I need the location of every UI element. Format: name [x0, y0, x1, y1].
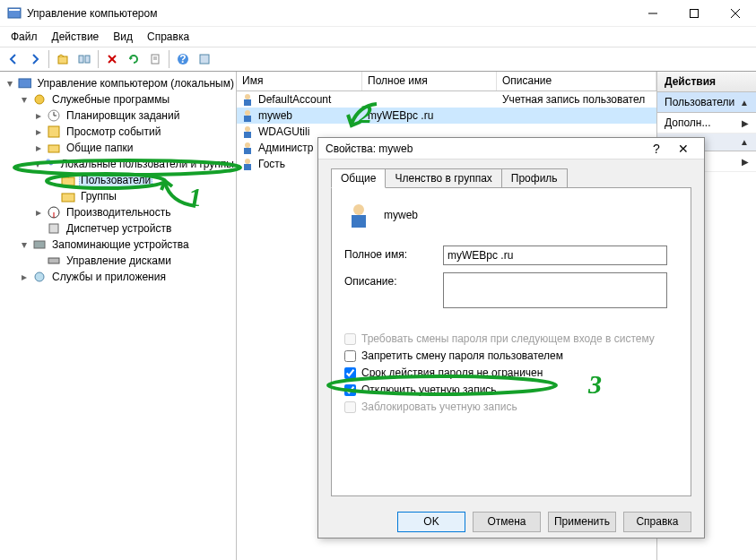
svg-rect-27 [62, 194, 74, 202]
fullname-field[interactable] [443, 246, 667, 265]
delete-button[interactable] [102, 49, 122, 69]
titlebar: Управление компьютером [0, 0, 756, 27]
cell-fullname: myWEBpc .ru [362, 109, 497, 122]
close-button[interactable] [715, 0, 756, 27]
description-field[interactable] [443, 272, 667, 308]
cell-name: DefaultAccount [258, 93, 331, 106]
tree-services-apps[interactable]: ▸Службы и приложения [4, 269, 236, 285]
minimize-button[interactable] [632, 0, 673, 27]
svg-rect-6 [58, 56, 67, 64]
svg-rect-31 [34, 241, 45, 248]
svg-rect-30 [49, 224, 58, 233]
col-desc[interactable]: Описание [497, 72, 656, 90]
svg-rect-43 [244, 164, 251, 170]
help-button[interactable]: ? [173, 49, 193, 69]
svg-text:?: ? [179, 53, 186, 65]
dialog-tabs: Общие Членство в группах Профиль [331, 168, 691, 188]
svg-rect-17 [19, 79, 31, 88]
svg-point-34 [245, 94, 250, 99]
actions-group-users[interactable]: Пользователи▲ [657, 92, 756, 113]
user-icon [240, 108, 255, 123]
svg-point-18 [35, 95, 44, 104]
refresh-button[interactable] [124, 49, 143, 69]
dialog-titlebar: Свойства: myweb ? ✕ [318, 138, 704, 159]
export-button[interactable] [145, 49, 165, 69]
tab-general[interactable]: Общие [331, 168, 386, 188]
maximize-button[interactable] [673, 0, 715, 27]
svg-rect-1 [9, 9, 20, 11]
tree-event-viewer[interactable]: ▸Просмотр событий [4, 124, 236, 140]
svg-rect-22 [48, 126, 59, 137]
svg-rect-41 [244, 148, 251, 154]
user-icon [240, 157, 255, 171]
tree-disk-management[interactable]: Управление дисками [4, 253, 236, 269]
svg-point-40 [245, 142, 250, 148]
cell-name: myweb [258, 109, 292, 122]
tree-users[interactable]: Пользователи [4, 172, 236, 188]
tree-local-users[interactable]: ▾Локальные пользователи и группы [4, 156, 236, 172]
cell-name: WDAGUtili [258, 125, 309, 138]
menu-help[interactable]: Справка [142, 29, 195, 45]
tree-device-manager[interactable]: Диспетчер устройств [4, 220, 236, 237]
menu-view[interactable]: Вид [108, 29, 138, 45]
menu-action[interactable]: Действие [47, 29, 105, 45]
toolbar-separator [48, 50, 49, 68]
tree-groups[interactable]: Группы [4, 188, 236, 204]
tab-membership[interactable]: Членство в группах [385, 168, 501, 188]
toolbar: ? [0, 47, 756, 72]
cell-name: Гость [258, 158, 285, 170]
list-header: Имя Полное имя Описание [237, 72, 656, 91]
tree-task-scheduler[interactable]: ▸Планировщик заданий [4, 108, 236, 124]
tree-system-tools[interactable]: ▾Служебные программы [4, 91, 236, 108]
forward-button[interactable] [25, 49, 45, 69]
svg-point-25 [49, 161, 54, 166]
ok-button[interactable]: OK [397, 512, 465, 532]
tab-profile[interactable]: Профиль [501, 168, 568, 188]
dialog-username: myweb [384, 209, 418, 221]
chk-locked: Заблокировать учетную запись [344, 401, 678, 413]
table-row[interactable]: mywebmyWEBpc .ru [237, 108, 656, 124]
menu-file[interactable]: Файл [5, 29, 43, 45]
svg-rect-23 [48, 145, 59, 152]
back-button[interactable] [4, 49, 23, 69]
tree-storage[interactable]: ▾Запоминающие устройства [4, 237, 236, 253]
col-fullname[interactable]: Полное имя [362, 72, 497, 90]
dialog-close-button[interactable]: ✕ [670, 142, 697, 156]
help-button[interactable]: Справка [623, 512, 691, 532]
user-icon [240, 92, 255, 107]
tree-panel: ▾Управление компьютером (локальным) ▾Слу… [0, 72, 237, 560]
actions-more[interactable]: Дополн...▶ [657, 113, 756, 134]
svg-rect-39 [244, 132, 251, 138]
toolbar-separator [98, 50, 99, 68]
dialog-help-button[interactable]: ? [643, 142, 670, 156]
table-row[interactable]: DefaultAccountУчетная запись пользовател [237, 91, 656, 108]
arrow-up-icon: ▲ [740, 98, 749, 108]
up-button[interactable] [53, 49, 73, 69]
svg-rect-26 [62, 177, 74, 185]
svg-point-36 [245, 110, 250, 116]
app-icon [7, 6, 22, 21]
view-button[interactable] [195, 49, 214, 69]
chk-cant-change[interactable]: Запретить смену пароля пользователем [344, 349, 678, 362]
properties-dialog: Свойства: myweb ? ✕ Общие Членство в гру… [317, 137, 705, 538]
svg-rect-8 [85, 56, 90, 63]
chk-never-expire[interactable]: Срок действия пароля не ограничен [344, 366, 678, 379]
tree-root[interactable]: ▾Управление компьютером (локальным) [4, 75, 236, 91]
svg-rect-37 [244, 116, 251, 122]
actions-header: Действия [657, 72, 756, 92]
cell-name: Администр [258, 142, 313, 154]
chevron-right-icon: ▶ [742, 118, 749, 128]
cancel-button[interactable]: Отмена [473, 512, 541, 532]
svg-rect-7 [79, 56, 83, 63]
tab-panel-general: myweb Полное имя: Описание: Требовать см… [331, 187, 691, 496]
chk-disabled[interactable]: Отключить учетную запись [344, 383, 678, 396]
svg-point-44 [353, 204, 364, 215]
user-icon [240, 141, 255, 155]
window-title: Управление компьютером [27, 7, 632, 20]
col-name[interactable]: Имя [237, 72, 362, 90]
apply-button[interactable]: Применить [548, 512, 616, 532]
tree-performance[interactable]: ▸Производительность [4, 204, 236, 220]
dialog-title: Свойства: myweb [326, 142, 643, 155]
show-hide-button[interactable] [74, 49, 94, 69]
tree-shared-folders[interactable]: ▸Общие папки [4, 140, 236, 156]
